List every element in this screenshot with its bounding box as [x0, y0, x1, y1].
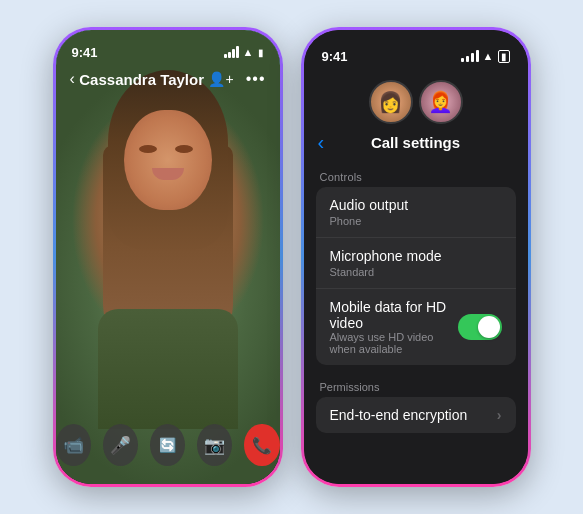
back-chevron-left[interactable]: ‹ [70, 70, 75, 88]
hd-video-toggle[interactable] [458, 314, 502, 340]
controls-section-label: Controls [304, 159, 528, 187]
mic-mode-row[interactable]: Microphone mode Standard [316, 238, 516, 289]
settings-content: Controls Audio output Phone Microphone m… [304, 159, 528, 484]
hd-video-title: Mobile data for HD video [330, 299, 458, 331]
video-icon: 📹 [63, 435, 84, 456]
hd-video-left: Mobile data for HD video Always use HD v… [330, 299, 458, 355]
body-shirt [98, 309, 238, 429]
end-call-button[interactable]: 📞 [244, 424, 279, 466]
call-controls: 📹 🎤 🔄 📷 📞 [56, 424, 280, 466]
time-right: 9:41 [322, 49, 348, 64]
status-icons-left: ▲ ▮ [224, 46, 264, 58]
call-header-icons: 👤+ ••• [208, 70, 265, 88]
encryption-row[interactable]: End-to-end encryption › [316, 397, 516, 433]
right-phone: 9:41 ▲ ▮ 👩 👩‍🦰 [301, 27, 531, 487]
photo-button[interactable]: 📷 [197, 424, 232, 466]
encryption-title: End-to-end encryption [330, 407, 468, 423]
avatar-2: 👩‍🦰 [419, 80, 463, 124]
settings-title: Call settings [318, 134, 514, 151]
left-phone: 9:41 ▲ ▮ ‹ Cassandra Taylor 👤+ [53, 27, 283, 487]
face [124, 110, 212, 210]
photo-icon: 📷 [204, 435, 225, 456]
avatar-1: 👩 [369, 80, 413, 124]
wifi-icon-right: ▲ [483, 50, 494, 62]
settings-header: ‹ Call settings [304, 132, 528, 159]
time-left: 9:41 [72, 45, 98, 60]
audio-output-row[interactable]: Audio output Phone [316, 187, 516, 238]
controls-group: Audio output Phone Microphone mode Stand… [316, 187, 516, 365]
mic-icon: 🎤 [110, 435, 131, 456]
back-button-right[interactable]: ‹ [318, 131, 325, 154]
avatar-2-face: 👩‍🦰 [428, 90, 453, 114]
signal-icon-right [461, 50, 479, 62]
chevron-icon: › [497, 407, 502, 423]
end-call-icon: 📞 [252, 436, 272, 455]
permissions-section-label: Permissions [304, 369, 528, 397]
permissions-group: End-to-end encryption › [316, 397, 516, 433]
audio-output-title: Audio output [330, 197, 502, 213]
audio-output-subtitle: Phone [330, 215, 502, 227]
avatar-row: 👩 👩‍🦰 [304, 74, 528, 132]
caller-name: Cassandra Taylor [79, 71, 204, 88]
wifi-icon: ▲ [243, 46, 254, 58]
mic-mode-title: Microphone mode [330, 248, 502, 264]
signal-icon [224, 46, 239, 58]
video-button[interactable]: 📹 [56, 424, 91, 466]
hd-video-row[interactable]: Mobile data for HD video Always use HD v… [316, 289, 516, 365]
flip-camera-button[interactable]: 🔄 [150, 424, 185, 466]
battery-icon-right: ▮ [498, 50, 510, 63]
right-status-icons: ▲ ▮ [461, 50, 510, 63]
avatar-1-face: 👩 [378, 90, 403, 114]
scene: 9:41 ▲ ▮ ‹ Cassandra Taylor 👤+ [33, 7, 551, 507]
flip-camera-icon: 🔄 [159, 437, 176, 453]
status-bar-left: 9:41 ▲ ▮ [56, 30, 280, 66]
status-bar-right: 9:41 ▲ ▮ [304, 30, 528, 74]
mic-mode-subtitle: Standard [330, 266, 502, 278]
more-icon[interactable]: ••• [246, 70, 266, 88]
add-person-icon[interactable]: 👤+ [208, 71, 233, 87]
call-header: ‹ Cassandra Taylor 👤+ ••• [56, 66, 280, 92]
hd-video-subtitle: Always use HD video when available [330, 331, 458, 355]
battery-icon: ▮ [258, 47, 264, 58]
mic-button[interactable]: 🎤 [103, 424, 138, 466]
